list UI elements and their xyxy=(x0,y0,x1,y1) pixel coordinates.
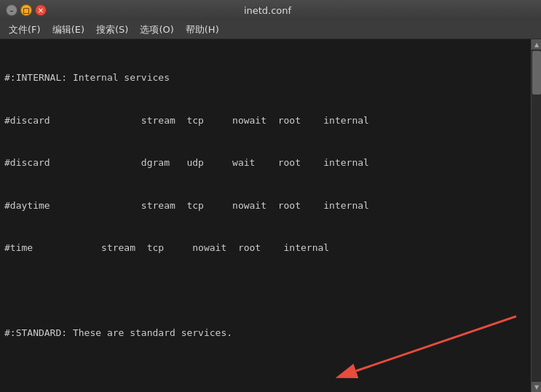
close-button[interactable]: ✕ xyxy=(35,4,47,16)
file-content[interactable]: #:INTERNAL: Internal services #discard s… xyxy=(0,39,531,392)
menu-bar: 文件(F) 编辑(E) 搜索(S) 选项(O) 帮助(H) xyxy=(0,20,541,39)
line-5: #time stream tcp nowait root internal xyxy=(4,241,526,255)
maximize-button[interactable]: □ xyxy=(20,4,32,16)
line-8 xyxy=(4,369,526,383)
menu-edit[interactable]: 编辑(E) xyxy=(47,22,90,38)
window-controls[interactable]: – □ ✕ xyxy=(6,4,47,16)
scrollbar-track[interactable] xyxy=(532,49,541,382)
menu-help[interactable]: 帮助(H) xyxy=(180,22,225,38)
line-7: #:STANDARD: These are standard services. xyxy=(4,326,526,340)
menu-search[interactable]: 搜索(S) xyxy=(90,22,134,38)
menu-file[interactable]: 文件(F) xyxy=(3,22,47,38)
minimize-button[interactable]: – xyxy=(6,4,17,16)
scroll-up-button[interactable]: ▲ xyxy=(532,39,541,49)
line-2: #discard stream tcp nowait root internal xyxy=(4,113,526,128)
scrollbar[interactable]: ▲ ▼ xyxy=(531,39,541,392)
title-bar: – □ ✕ inetd.conf xyxy=(0,0,541,20)
svg-line-1 xyxy=(356,316,516,371)
line-4: #daytime stream tcp nowait root internal xyxy=(4,199,526,213)
menu-options[interactable]: 选项(O) xyxy=(134,22,179,38)
line-1: #:INTERNAL: Internal services xyxy=(4,71,526,85)
scrollbar-thumb[interactable] xyxy=(532,51,541,95)
content-area: #:INTERNAL: Internal services #discard s… xyxy=(0,39,541,392)
scroll-down-button[interactable]: ▼ xyxy=(532,382,541,392)
line-3: #discard dgram udp wait root internal xyxy=(4,156,526,170)
line-6 xyxy=(4,284,526,298)
window-title: inetd.conf xyxy=(47,5,489,16)
